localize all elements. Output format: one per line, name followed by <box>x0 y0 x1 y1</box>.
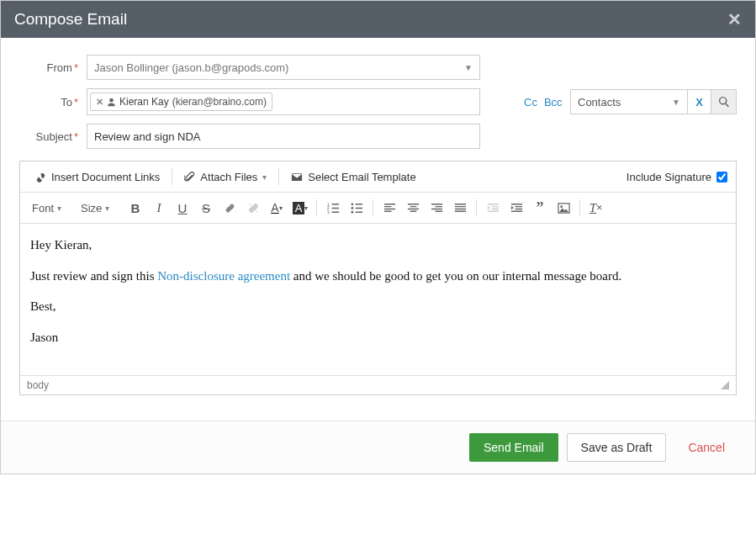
font-family-select[interactable]: Font ▾ <box>27 200 74 216</box>
subject-input[interactable] <box>87 124 480 149</box>
align-justify-button[interactable] <box>449 198 471 218</box>
include-signature-toggle[interactable]: Include Signature <box>626 171 727 183</box>
align-right-icon <box>431 202 443 214</box>
bold-button[interactable]: B <box>124 198 146 218</box>
modal-footer: Send Email Save as Draft Cancel <box>1 421 755 474</box>
chip-email: (kieran@braino.com) <box>172 96 267 108</box>
svg-text:3: 3 <box>327 210 330 214</box>
clear-formatting-button[interactable]: T✕ <box>585 198 607 218</box>
element-path: body <box>27 379 49 391</box>
editor-path-bar: body <box>20 375 736 394</box>
form-content: From* Jason Bollinger (jason.b@grapods.c… <box>1 38 755 404</box>
caret-down-icon: ▾ <box>105 204 109 213</box>
editor-toolbar-actions: Insert Document Links Attach Files ▾ Sel… <box>20 161 736 193</box>
to-label: To* <box>19 96 87 109</box>
align-center-button[interactable] <box>402 198 424 218</box>
rich-text-editor: Insert Document Links Attach Files ▾ Sel… <box>19 161 737 395</box>
caret-down-icon: ▾ <box>262 172 267 182</box>
envelope-icon <box>291 172 303 183</box>
titlebar: Compose Email ✕ <box>1 1 755 38</box>
body-closing: Best, <box>30 297 726 316</box>
unlink-button[interactable] <box>242 198 264 218</box>
link-icon <box>35 172 46 183</box>
subject-label: Subject* <box>19 130 87 143</box>
from-label: From* <box>19 61 87 74</box>
svg-point-7 <box>560 205 563 208</box>
align-justify-icon <box>454 202 467 214</box>
ol-icon: 123 <box>327 202 340 214</box>
strikethrough-button[interactable]: S <box>195 198 217 218</box>
body-main-line: Just review and sign this Non-disclosure… <box>30 267 726 286</box>
outdent-icon <box>487 202 500 214</box>
save-draft-button[interactable]: Save as Draft <box>567 433 667 462</box>
image-button[interactable] <box>552 198 574 218</box>
body-signature: Jason <box>30 328 726 347</box>
recipient-chip: ✕ Kieran Kay (kieran@braino.com) <box>90 93 272 111</box>
contacts-clear-button[interactable]: X <box>688 89 711 114</box>
message-body[interactable]: Hey Kieran, Just review and sign this No… <box>20 224 736 375</box>
ordered-list-button[interactable]: 123 <box>322 198 344 218</box>
ul-icon <box>351 202 363 214</box>
nda-link[interactable]: Non-disclosure agreement <box>157 269 290 283</box>
close-icon[interactable]: ✕ <box>727 9 742 29</box>
unlink-icon <box>247 202 260 214</box>
cancel-button[interactable]: Cancel <box>674 434 738 461</box>
svg-point-5 <box>351 210 353 213</box>
to-row: To* ✕ Kieran Kay (kieran@braino.com) Cc … <box>19 88 737 115</box>
person-icon <box>107 98 116 107</box>
insert-document-links-button[interactable]: Insert Document Links <box>29 169 167 185</box>
text-color-button[interactable]: A▾ <box>266 198 288 218</box>
select-template-button[interactable]: Select Email Template <box>284 169 422 185</box>
subject-row: Subject* <box>19 124 737 149</box>
italic-button[interactable]: I <box>148 198 170 218</box>
contacts-search-button[interactable] <box>711 89 737 114</box>
compose-email-modal: Compose Email ✕ From* Jason Bollinger (j… <box>0 0 756 474</box>
svg-point-3 <box>351 203 353 205</box>
align-left-button[interactable] <box>378 198 400 218</box>
modal-title: Compose Email <box>14 10 127 29</box>
bcc-toggle[interactable]: Bcc <box>544 96 563 109</box>
from-value: Jason Bollinger (jason.b@grapods.com) <box>94 61 288 74</box>
align-right-button[interactable] <box>426 198 447 218</box>
chip-remove-icon[interactable]: ✕ <box>96 97 103 108</box>
outdent-button[interactable] <box>482 198 504 218</box>
body-greeting: Hey Kieran, <box>30 236 726 255</box>
indent-icon <box>510 202 523 214</box>
unordered-list-button[interactable] <box>346 198 367 218</box>
chevron-down-icon: ▼ <box>672 98 680 107</box>
send-email-button[interactable]: Send Email <box>469 433 558 462</box>
cc-toggle[interactable]: Cc <box>524 96 537 109</box>
resize-handle[interactable] <box>721 381 729 389</box>
cc-bcc-toggles: Cc Bcc <box>524 96 563 109</box>
caret-down-icon: ▾ <box>57 204 61 213</box>
paperclip-icon <box>184 172 195 183</box>
to-input[interactable]: ✕ Kieran Kay (kieran@braino.com) <box>87 88 480 115</box>
svg-point-4 <box>351 207 353 209</box>
chain-icon <box>224 202 236 214</box>
image-icon <box>558 202 570 214</box>
font-size-select[interactable]: Size ▾ <box>76 200 123 216</box>
from-row: From* Jason Bollinger (jason.b@grapods.c… <box>19 55 737 80</box>
indent-button[interactable] <box>505 198 527 218</box>
chip-name: Kieran Kay <box>119 96 169 108</box>
include-signature-checkbox[interactable] <box>716 172 727 183</box>
contacts-select[interactable]: Contacts ▼ <box>570 89 688 114</box>
editor-toolbar-formatting: Font ▾ Size ▾ B I U S A▾ A▾ 123 <box>20 193 736 224</box>
link-button[interactable] <box>219 198 241 218</box>
search-icon <box>718 96 730 108</box>
chevron-down-icon: ▼ <box>464 63 473 72</box>
align-left-icon <box>383 202 396 214</box>
highlight-button[interactable]: A▾ <box>289 198 311 218</box>
align-center-icon <box>407 202 420 214</box>
underline-button[interactable]: U <box>172 198 193 218</box>
blockquote-button[interactable]: ” <box>529 198 551 218</box>
attach-files-button[interactable]: Attach Files ▾ <box>177 169 273 185</box>
from-select[interactable]: Jason Bollinger (jason.b@grapods.com) ▼ <box>87 55 480 80</box>
contacts-picker: Contacts ▼ X <box>570 89 737 114</box>
